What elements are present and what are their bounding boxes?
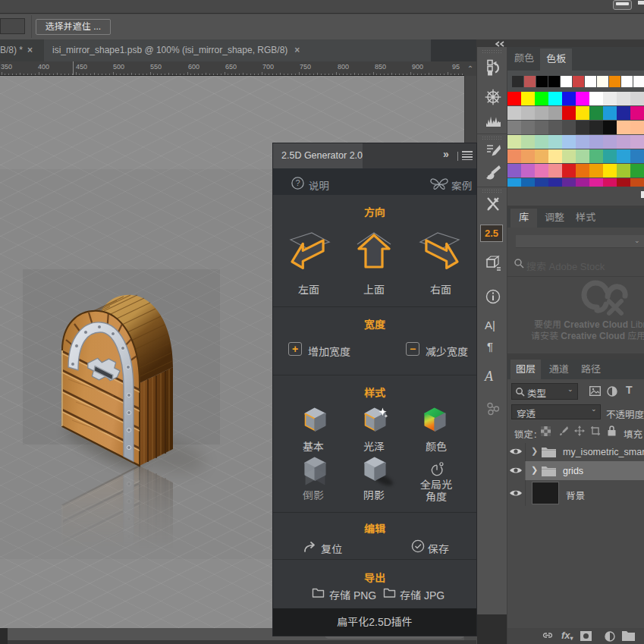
svg-text:?: ? (295, 178, 300, 187)
